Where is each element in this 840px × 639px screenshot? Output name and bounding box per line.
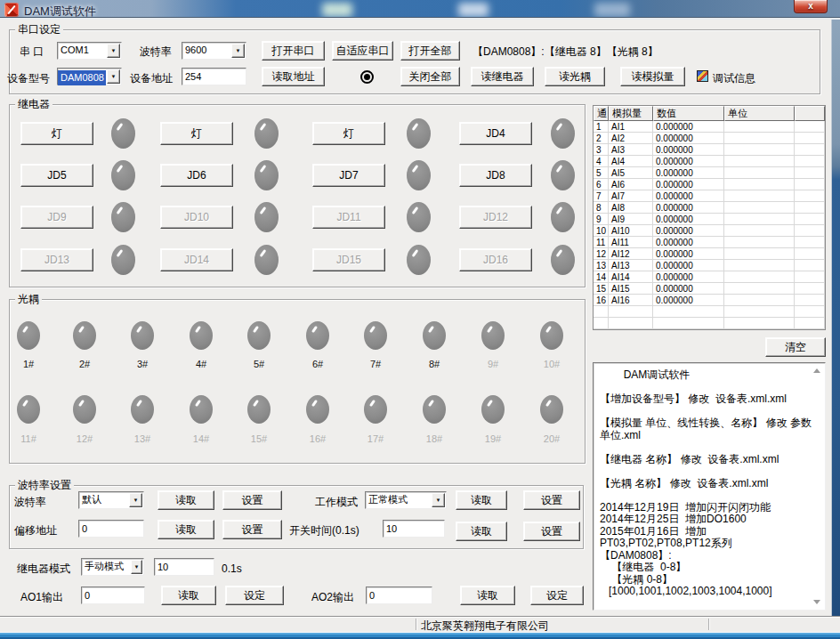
table-cell: AI4 <box>609 156 653 167</box>
baud-setting-combobox[interactable]: 默认 ▼ <box>78 491 144 509</box>
table-row-8: 8AI80.000000 <box>594 202 825 214</box>
table-cell: AI1 <box>609 121 653 133</box>
offset-input[interactable] <box>78 520 144 538</box>
read-opto-button[interactable]: 读光耦 <box>545 67 605 86</box>
read-analog-button[interactable]: 读模拟量 <box>620 67 685 86</box>
opto-label-18: 18# <box>415 433 454 444</box>
ao2-read-button[interactable]: 读取 <box>460 586 515 605</box>
device-model-combobox[interactable]: DAM0808 ▼ <box>57 68 122 85</box>
ao2-set-button[interactable]: 设定 <box>530 586 584 605</box>
table-row-3: 3AI30.000000 <box>594 144 825 156</box>
ao1-input[interactable] <box>81 586 145 604</box>
switch-time-input[interactable] <box>383 520 445 538</box>
clear-button[interactable]: 清空 <box>765 337 826 357</box>
table-cell <box>724 271 795 283</box>
relay-led-6 <box>254 160 279 190</box>
table-cell: 0.000000 <box>653 179 724 190</box>
debug-info-icon[interactable] <box>697 70 708 82</box>
relay-button-13: JD13 <box>20 248 93 271</box>
ao2-input[interactable] <box>366 586 432 604</box>
baud-read-button[interactable]: 读取 <box>158 490 214 510</box>
opto-led-5 <box>247 321 271 350</box>
open-all-button[interactable]: 打开全部 <box>400 41 460 61</box>
table-header-1: 通 <box>594 106 609 121</box>
relay-button-4[interactable]: JD4 <box>459 122 532 145</box>
relay-button-16: JD16 <box>459 248 532 271</box>
table-cell: 0.000000 <box>653 225 724 237</box>
table-cell: 5 <box>594 167 609 179</box>
opto-led-13 <box>131 395 154 424</box>
table-cell <box>724 318 795 329</box>
read-relay-button[interactable]: 读继电器 <box>471 67 534 86</box>
table-cell <box>795 121 825 133</box>
device-address-input[interactable] <box>182 68 246 85</box>
debug-info-label[interactable]: 调试信息 <box>713 72 755 85</box>
table-cell: 10 <box>594 225 609 237</box>
relay-button-14: JD14 <box>160 248 233 271</box>
table-cell: AI8 <box>609 202 653 214</box>
opto-group-title: 光耦 <box>15 293 42 306</box>
switch-time-read-button[interactable]: 读取 <box>456 522 507 541</box>
table-cell: 0.000000 <box>653 214 724 225</box>
work-mode-set-button[interactable]: 设置 <box>523 490 580 510</box>
relay-led-1 <box>111 118 135 149</box>
baud-setting-dropdown-icon[interactable]: ▼ <box>129 493 142 507</box>
status-bar: 北京聚英翱翔电子有限公司 <box>0 616 840 632</box>
device-model-dropdown-icon[interactable]: ▼ <box>107 69 120 84</box>
offset-set-button[interactable]: 设置 <box>222 520 282 539</box>
baud-rate-dropdown-icon[interactable]: ▼ <box>231 44 245 58</box>
relay-button-2[interactable]: 灯 <box>160 122 233 145</box>
relay-button-7[interactable]: JD7 <box>312 164 385 187</box>
desktop-edge-right <box>832 20 840 632</box>
ao1-read-button[interactable]: 读取 <box>161 586 216 605</box>
table-cell <box>724 202 795 214</box>
table-row-5: 5AI50.000000 <box>594 167 825 179</box>
relay-button-5[interactable]: JD5 <box>20 164 93 187</box>
read-address-button[interactable]: 读取地址 <box>262 67 325 86</box>
analog-table: 通模拟量数值单位 1AI10.0000002AI20.0000003AI30.0… <box>593 105 826 330</box>
offset-read-button[interactable]: 读取 <box>158 520 214 539</box>
relay-button-8[interactable]: JD8 <box>459 164 532 187</box>
info-text: DAM调试软件 【增加设备型号】 修改 设备表.xml.xml 【模拟量 单位、… <box>594 363 825 598</box>
relay-button-6[interactable]: JD6 <box>160 164 233 187</box>
baud-set-button[interactable]: 设置 <box>222 490 282 510</box>
ao1-set-button[interactable]: 设定 <box>225 586 284 605</box>
opto-led-15 <box>247 395 271 424</box>
relay-button-1[interactable]: 灯 <box>20 122 93 145</box>
relay-mode-combobox[interactable]: 手动模式 ▼ <box>81 558 144 576</box>
com-port-dropdown-icon[interactable]: ▼ <box>107 44 120 58</box>
close-button[interactable]: x <box>794 0 828 13</box>
table-cell <box>795 271 825 283</box>
work-mode-combobox[interactable]: 正常模式 ▼ <box>365 491 447 509</box>
opto-led-10 <box>540 321 563 350</box>
com-port-combobox[interactable]: COM1 ▼ <box>57 42 122 60</box>
table-cell <box>795 295 825 306</box>
table-cell <box>724 306 795 318</box>
relay-time-input[interactable] <box>154 558 214 576</box>
relay-led-10 <box>254 202 279 232</box>
adaptive-port-button[interactable]: 自适应串口 <box>332 41 393 61</box>
work-mode-read-button[interactable]: 读取 <box>456 490 507 510</box>
relay-led-16 <box>551 245 575 275</box>
scroll-down-icon[interactable] <box>813 600 820 604</box>
relay-button-3[interactable]: 灯 <box>312 122 385 145</box>
table-cell: 0.000000 <box>653 237 724 248</box>
baud-rate-combobox[interactable]: 9600 ▼ <box>182 42 246 60</box>
opto-label-1: 1# <box>9 359 48 369</box>
close-all-button[interactable]: 关闭全部 <box>400 67 460 86</box>
ao2-label: AO2输出 <box>311 591 354 603</box>
relay-mode-dropdown-icon[interactable]: ▼ <box>131 560 142 574</box>
table-cell: 1 <box>594 121 609 133</box>
table-row-14: 14AI140.000000 <box>594 271 825 283</box>
titlebar[interactable]: DAM调试软件 <box>0 0 840 20</box>
switch-time-set-button[interactable]: 设置 <box>523 522 580 541</box>
relay-led-4 <box>551 118 575 149</box>
table-cell <box>795 237 825 248</box>
open-port-button[interactable]: 打开串口 <box>262 41 325 61</box>
relay-mode-label: 继电器模式 <box>17 562 70 575</box>
work-mode-dropdown-icon[interactable]: ▼ <box>432 493 445 507</box>
opto-label-6: 6# <box>298 359 337 369</box>
relay-led-14 <box>254 245 279 275</box>
scroll-up-icon[interactable] <box>813 368 820 373</box>
opto-label-19: 19# <box>473 433 513 444</box>
